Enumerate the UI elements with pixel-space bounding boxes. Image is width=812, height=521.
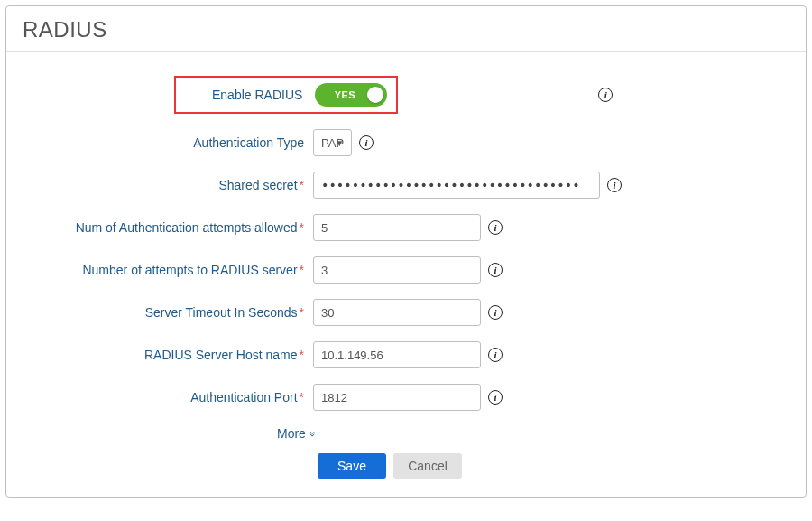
- server-attempts-input[interactable]: [313, 256, 481, 284]
- auth-type-label: Authentication Type: [193, 135, 304, 150]
- more-link[interactable]: More »: [277, 426, 315, 441]
- timeout-input[interactable]: [313, 299, 481, 326]
- info-icon[interactable]: i: [488, 263, 503, 277]
- auth-attempts-input[interactable]: [313, 214, 481, 241]
- port-input[interactable]: [313, 384, 481, 411]
- chevron-down-icon: ▼: [335, 138, 344, 148]
- shared-secret-label: Shared secret: [218, 178, 297, 192]
- auth-type-select[interactable]: PAP ▼: [313, 129, 352, 156]
- row-server-attempts: Number of attempts to RADIUS server* i: [42, 256, 770, 284]
- more-label: More: [277, 426, 306, 441]
- enable-label: Enable RADIUS: [212, 88, 302, 102]
- button-row: Save Cancel: [318, 453, 770, 479]
- info-icon[interactable]: i: [359, 135, 374, 150]
- row-port: Authentication Port* i: [42, 384, 770, 411]
- radius-panel: RADIUS Enable RADIUS YES i Authenticatio…: [5, 5, 807, 498]
- host-label: RADIUS Server Host name: [144, 348, 298, 362]
- form: Enable RADIUS YES i Authentication Type …: [6, 52, 806, 497]
- required-marker: *: [300, 220, 304, 235]
- row-timeout: Server Timeout In Seconds* i: [42, 299, 770, 326]
- info-icon[interactable]: i: [598, 88, 613, 102]
- info-icon[interactable]: i: [488, 220, 503, 235]
- page-title: RADIUS: [6, 6, 806, 51]
- save-button[interactable]: Save: [318, 453, 386, 479]
- required-marker: *: [300, 178, 304, 192]
- chevron-double-down-icon: »: [307, 431, 317, 436]
- port-label: Authentication Port: [190, 390, 297, 405]
- enable-highlight: Enable RADIUS YES: [174, 76, 398, 114]
- row-more: More »: [42, 426, 770, 441]
- cancel-button[interactable]: Cancel: [393, 453, 462, 479]
- host-input[interactable]: [313, 341, 481, 368]
- required-marker: *: [300, 263, 304, 277]
- required-marker: *: [300, 305, 304, 320]
- toggle-text: YES: [335, 89, 356, 100]
- row-auth-attempts: Num of Authentication attempts allowed* …: [42, 214, 770, 241]
- enable-toggle[interactable]: YES: [315, 83, 387, 107]
- info-icon[interactable]: i: [488, 305, 503, 320]
- info-icon[interactable]: i: [488, 390, 503, 405]
- required-marker: *: [300, 390, 304, 405]
- row-auth-type: Authentication Type PAP ▼ i: [42, 129, 770, 156]
- timeout-label: Server Timeout In Seconds: [145, 305, 298, 320]
- required-marker: *: [300, 348, 304, 362]
- info-icon[interactable]: i: [488, 348, 503, 362]
- row-enable: Enable RADIUS YES i: [42, 76, 770, 114]
- row-host: RADIUS Server Host name* i: [42, 341, 770, 368]
- shared-secret-input[interactable]: ••••••••••••••••••••••••••••••••••: [321, 178, 580, 192]
- toggle-knob: [367, 87, 383, 103]
- row-shared-secret: Shared secret* •••••••••••••••••••••••••…: [42, 172, 770, 199]
- server-attempts-label: Number of attempts to RADIUS server: [82, 263, 297, 277]
- info-icon[interactable]: i: [607, 178, 622, 192]
- auth-attempts-label: Num of Authentication attempts allowed: [76, 220, 298, 235]
